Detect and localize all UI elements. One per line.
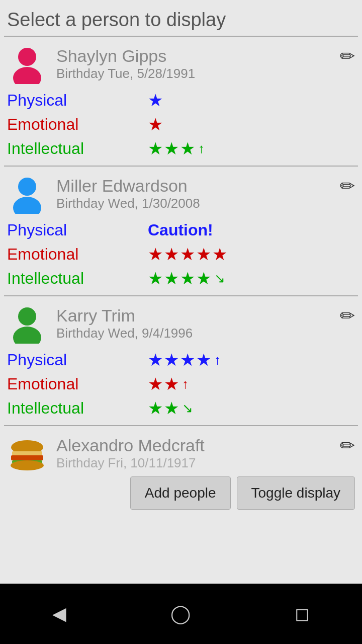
svg-point-2 (18, 178, 36, 196)
star: ★ (180, 138, 195, 158)
android-nav-bar: ◀ ◯ ◻ (0, 584, 362, 644)
physical-label-karry: Physical (7, 351, 148, 369)
person-name-alexandro: Alexandro Medcraft (56, 436, 355, 455)
avatar-karry (7, 303, 47, 344)
arrow-karry-emotional: ↑ (182, 376, 189, 392)
person-birthday-shaylyn: Birthday Tue, 5/28/1991 (56, 66, 355, 82)
edit-button-shaylyn[interactable]: ✏ (340, 46, 355, 67)
intellectual-label-miller: Intellectual (7, 269, 148, 288)
star: ★ (196, 350, 211, 370)
bio-rows-karry: Physical ★ ★ ★ ★ ↑ Emotional ★ ★ ↑ Intel (0, 348, 362, 425)
bottom-buttons-bar: Add people Toggle display (0, 471, 362, 515)
avatar-miller (7, 174, 47, 214)
star: ★ (212, 244, 227, 264)
physical-label-shaylyn: Physical (7, 91, 148, 110)
star: ★ (148, 244, 163, 264)
emotional-label-miller: Emotional (7, 245, 148, 264)
caution-miller: Caution! (148, 221, 213, 239)
person-birthday-karry: Birthday Wed, 9/4/1996 (56, 326, 355, 341)
emotional-value-shaylyn: ★ (148, 114, 163, 134)
star: ★ (164, 244, 179, 264)
intellectual-value-miller: ★ ★ ★ ★ ↘ (148, 268, 225, 288)
intellectual-value-karry: ★ ★ ↘ (148, 398, 193, 418)
edit-button-alexandro[interactable]: ✏ (340, 435, 355, 456)
svg-point-10 (11, 460, 44, 470)
svg-rect-7 (12, 451, 42, 455)
toggle-display-button[interactable]: Toggle display (237, 476, 355, 510)
person-karry: Karry Trim Birthday Wed, 9/4/1996 ✏ Phys… (0, 296, 362, 425)
physical-row-shaylyn: Physical ★ (7, 89, 355, 111)
star: ★ (164, 374, 179, 394)
star: ★ (180, 244, 195, 264)
intellectual-value-shaylyn: ★ ★ ★ ↑ (148, 138, 205, 158)
person-shaylyn: Shaylyn Gipps Birthday Tue, 5/28/1991 ✏ … (0, 37, 362, 166)
svg-rect-8 (11, 455, 43, 460)
arrow-miller-intellectual: ↘ (214, 271, 225, 286)
emotional-row-shaylyn: Emotional ★ (7, 113, 355, 135)
add-people-button[interactable]: Add people (130, 476, 231, 510)
svg-point-0 (18, 48, 36, 66)
bio-rows-miller: Physical Caution! Emotional ★ ★ ★ ★ ★ In… (0, 218, 362, 295)
star: ★ (164, 138, 179, 158)
person-birthday-miller: Birthday Wed, 1/30/2008 (56, 196, 355, 211)
intellectual-row-miller: Intellectual ★ ★ ★ ★ ↘ (7, 267, 355, 289)
person-name-shaylyn: Shaylyn Gipps (56, 46, 355, 66)
svg-point-3 (13, 197, 41, 214)
intellectual-row-karry: Intellectual ★ ★ ↘ (7, 397, 355, 419)
arrow-shaylyn-intellectual: ↑ (198, 141, 205, 156)
intellectual-row-shaylyn: Intellectual ★ ★ ★ ↑ (7, 137, 355, 159)
back-button[interactable]: ◀ (52, 603, 66, 624)
emotional-label-shaylyn: Emotional (7, 115, 148, 134)
emotional-value-miller: ★ ★ ★ ★ ★ (148, 244, 227, 264)
star: ★ (164, 398, 179, 418)
star: ★ (196, 268, 211, 288)
page-title: Select a person to display (0, 0, 362, 36)
star: ★ (148, 350, 163, 370)
physical-label-miller: Physical (7, 221, 148, 239)
person-birthday-alexandro: Birthday Fri, 10/11/1917 (56, 455, 355, 471)
person-name-karry: Karry Trim (56, 306, 355, 326)
star: ★ (148, 90, 163, 110)
person-miller: Miller Edwardson Birthday Wed, 1/30/2008… (0, 167, 362, 295)
svg-point-4 (18, 307, 36, 326)
intellectual-label-karry: Intellectual (7, 399, 148, 418)
physical-value-miller: Caution! (148, 221, 213, 239)
star: ★ (148, 268, 163, 288)
avatar-shaylyn (7, 44, 47, 84)
physical-value-shaylyn: ★ (148, 90, 163, 110)
star: ★ (148, 398, 163, 418)
emotional-value-karry: ★ ★ ↑ (148, 374, 189, 394)
star: ★ (180, 268, 195, 288)
star: ★ (148, 138, 163, 158)
emotional-row-karry: Emotional ★ ★ ↑ (7, 373, 355, 395)
star: ★ (148, 374, 163, 394)
star: ★ (148, 114, 163, 134)
person-alexandro: Alexandro Medcraft Birthday Fri, 10/11/1… (0, 426, 362, 471)
emotional-row-miller: Emotional ★ ★ ★ ★ ★ (7, 243, 355, 265)
intellectual-label-shaylyn: Intellectual (7, 139, 148, 158)
star: ★ (180, 350, 195, 370)
star: ★ (196, 244, 211, 264)
emotional-label-karry: Emotional (7, 375, 148, 393)
edit-button-miller[interactable]: ✏ (340, 176, 355, 197)
star: ★ (164, 350, 179, 370)
svg-point-5 (13, 327, 41, 344)
recents-button[interactable]: ◻ (295, 603, 310, 624)
person-name-miller: Miller Edwardson (56, 176, 355, 196)
physical-row-karry: Physical ★ ★ ★ ★ ↑ (7, 349, 355, 371)
arrow-karry-physical: ↑ (214, 352, 221, 368)
edit-button-karry[interactable]: ✏ (340, 305, 355, 327)
avatar-alexandro (7, 433, 47, 471)
svg-point-1 (13, 67, 41, 84)
home-button[interactable]: ◯ (170, 603, 191, 624)
arrow-karry-intellectual: ↘ (182, 400, 193, 416)
physical-row-miller: Physical Caution! (7, 219, 355, 241)
bio-rows-shaylyn: Physical ★ Emotional ★ Intellectual ★ ★ … (0, 88, 362, 166)
star: ★ (164, 268, 179, 288)
physical-value-karry: ★ ★ ★ ★ ↑ (148, 350, 221, 370)
